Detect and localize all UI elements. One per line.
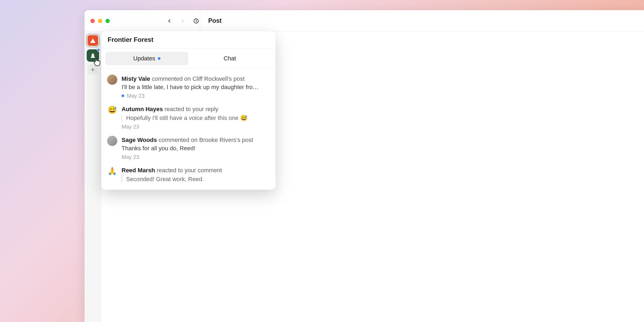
update-item[interactable]: 😅 Autumn Hayes reacted to your reply Hop… [101,101,276,132]
workspace-item-acme[interactable] [87,34,99,47]
workspace-popover: Frontier Forest Updates Chat Misty Vale … [101,31,276,190]
update-body: Autumn Hayes reacted to your reply Hopef… [122,105,270,130]
update-meta: May 23 [122,124,270,130]
update-author: Misty Vale [122,75,150,82]
update-action: commented on Brooke Rivers's post [157,137,253,143]
update-excerpt: I'll be a little late, I have to pick up… [122,84,270,91]
reaction-emoji-icon: 🙏 [107,166,117,176]
update-excerpt: Seconded! Great work, Reed. [122,176,270,183]
update-author: Sage Woods [122,137,157,143]
update-date: May 23 [122,124,139,130]
update-item[interactable]: 🙏 Reed Marsh reacted to your comment Sec… [101,162,276,185]
tree-icon [89,52,96,59]
update-excerpt: Thanks for all you do, Reed! [122,145,270,152]
page-title: Post [200,10,644,31]
update-author: Autumn Hayes [122,106,163,112]
app-window: Post + Frontier Forest Updates [85,10,644,322]
popover-tabs: Updates Chat [101,49,276,69]
tab-label: Chat [224,55,236,62]
update-action: reacted to your comment [155,167,222,174]
popover-title: Frontier Forest [101,31,276,49]
plus-icon: + [91,65,95,74]
update-excerpt: Hopefully I'll still have a voice after … [122,115,270,122]
history-button[interactable] [193,18,199,24]
avatar [107,75,117,85]
update-author: Reed Marsh [122,167,155,174]
reaction-emoji-icon: 😅 [107,105,117,115]
unread-dot-icon [122,94,124,97]
tab-chat[interactable]: Chat [188,52,271,65]
close-window-button[interactable] [90,19,95,23]
update-date: May 23 [127,93,145,99]
update-headline: Sage Woods commented on Brooke Rivers's … [122,136,270,144]
nav-forward-button[interactable] [180,18,186,24]
fullscreen-window-button[interactable] [105,19,110,23]
titlebar: Post [85,10,644,32]
tab-updates[interactable]: Updates [105,52,188,65]
update-headline: Misty Vale commented on Cliff Rockwell's… [122,75,270,83]
notification-dot-icon [97,48,100,52]
update-action: commented on Cliff Rockwell's post [150,75,244,82]
updates-list: Misty Vale commented on Cliff Rockwell's… [101,69,276,190]
update-item[interactable]: Misty Vale commented on Cliff Rockwell's… [101,71,276,101]
update-headline: Autumn Hayes reacted to your reply [122,105,270,114]
titlebar-left [85,10,200,31]
window-controls [90,19,110,23]
workspace-sidebar: + [85,32,101,322]
update-body: Sage Woods commented on Brooke Rivers's … [122,136,270,160]
update-meta: May 23 [122,154,270,160]
update-meta: May 23 [122,93,270,99]
update-item[interactable]: Sage Woods commented on Brooke Rivers's … [101,132,276,162]
update-headline: Reed Marsh reacted to your comment [122,166,270,175]
avatar [107,136,117,146]
tab-label: Updates [133,55,155,62]
workspace-item-frontier-forest[interactable] [87,49,99,62]
add-workspace-button[interactable]: + [88,64,98,75]
tent-icon [89,37,96,44]
body-area: + Frontier Forest Updates Chat [85,32,644,322]
nav-back-button[interactable] [166,18,173,24]
nav-controls [166,18,199,24]
update-body: Misty Vale commented on Cliff Rockwell's… [122,75,270,99]
unread-dot-icon [158,57,160,60]
minimize-window-button[interactable] [98,19,102,23]
update-body: Reed Marsh reacted to your comment Secon… [122,166,270,183]
update-action: reacted to your reply [163,106,218,112]
update-date: May 23 [122,154,139,160]
